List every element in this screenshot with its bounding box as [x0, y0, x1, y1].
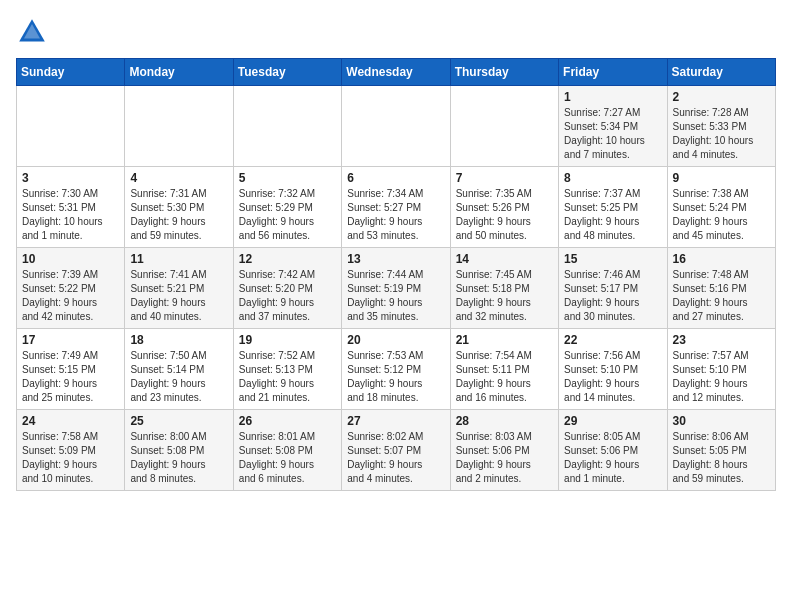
day-number: 16 — [673, 252, 770, 266]
day-cell: 20Sunrise: 7:53 AM Sunset: 5:12 PM Dayli… — [342, 329, 450, 410]
day-header-thursday: Thursday — [450, 59, 558, 86]
day-number: 5 — [239, 171, 336, 185]
day-info: Sunrise: 7:58 AM Sunset: 5:09 PM Dayligh… — [22, 430, 119, 486]
day-info: Sunrise: 7:41 AM Sunset: 5:21 PM Dayligh… — [130, 268, 227, 324]
header — [16, 16, 776, 48]
day-info: Sunrise: 7:37 AM Sunset: 5:25 PM Dayligh… — [564, 187, 661, 243]
day-info: Sunrise: 7:56 AM Sunset: 5:10 PM Dayligh… — [564, 349, 661, 405]
day-info: Sunrise: 8:05 AM Sunset: 5:06 PM Dayligh… — [564, 430, 661, 486]
day-number: 4 — [130, 171, 227, 185]
day-info: Sunrise: 7:57 AM Sunset: 5:10 PM Dayligh… — [673, 349, 770, 405]
day-cell: 7Sunrise: 7:35 AM Sunset: 5:26 PM Daylig… — [450, 167, 558, 248]
day-number: 14 — [456, 252, 553, 266]
day-cell — [125, 86, 233, 167]
day-cell — [17, 86, 125, 167]
day-number: 1 — [564, 90, 661, 104]
calendar-table: SundayMondayTuesdayWednesdayThursdayFrid… — [16, 58, 776, 491]
day-info: Sunrise: 7:31 AM Sunset: 5:30 PM Dayligh… — [130, 187, 227, 243]
day-cell: 16Sunrise: 7:48 AM Sunset: 5:16 PM Dayli… — [667, 248, 775, 329]
day-cell — [233, 86, 341, 167]
day-cell: 11Sunrise: 7:41 AM Sunset: 5:21 PM Dayli… — [125, 248, 233, 329]
day-number: 28 — [456, 414, 553, 428]
day-cell: 21Sunrise: 7:54 AM Sunset: 5:11 PM Dayli… — [450, 329, 558, 410]
day-cell: 10Sunrise: 7:39 AM Sunset: 5:22 PM Dayli… — [17, 248, 125, 329]
day-number: 12 — [239, 252, 336, 266]
day-number: 29 — [564, 414, 661, 428]
day-cell: 25Sunrise: 8:00 AM Sunset: 5:08 PM Dayli… — [125, 410, 233, 491]
day-number: 7 — [456, 171, 553, 185]
day-cell: 1Sunrise: 7:27 AM Sunset: 5:34 PM Daylig… — [559, 86, 667, 167]
day-cell: 13Sunrise: 7:44 AM Sunset: 5:19 PM Dayli… — [342, 248, 450, 329]
day-info: Sunrise: 8:06 AM Sunset: 5:05 PM Dayligh… — [673, 430, 770, 486]
week-row-0: 1Sunrise: 7:27 AM Sunset: 5:34 PM Daylig… — [17, 86, 776, 167]
day-cell: 27Sunrise: 8:02 AM Sunset: 5:07 PM Dayli… — [342, 410, 450, 491]
day-number: 8 — [564, 171, 661, 185]
day-number: 6 — [347, 171, 444, 185]
day-cell: 5Sunrise: 7:32 AM Sunset: 5:29 PM Daylig… — [233, 167, 341, 248]
day-number: 27 — [347, 414, 444, 428]
day-number: 10 — [22, 252, 119, 266]
day-header-monday: Monday — [125, 59, 233, 86]
day-info: Sunrise: 7:30 AM Sunset: 5:31 PM Dayligh… — [22, 187, 119, 243]
day-info: Sunrise: 7:42 AM Sunset: 5:20 PM Dayligh… — [239, 268, 336, 324]
day-number: 25 — [130, 414, 227, 428]
day-info: Sunrise: 8:01 AM Sunset: 5:08 PM Dayligh… — [239, 430, 336, 486]
day-cell: 17Sunrise: 7:49 AM Sunset: 5:15 PM Dayli… — [17, 329, 125, 410]
day-header-wednesday: Wednesday — [342, 59, 450, 86]
day-info: Sunrise: 7:45 AM Sunset: 5:18 PM Dayligh… — [456, 268, 553, 324]
day-number: 3 — [22, 171, 119, 185]
day-number: 15 — [564, 252, 661, 266]
day-info: Sunrise: 7:50 AM Sunset: 5:14 PM Dayligh… — [130, 349, 227, 405]
day-number: 11 — [130, 252, 227, 266]
logo-icon — [16, 16, 48, 48]
day-cell — [342, 86, 450, 167]
day-cell: 8Sunrise: 7:37 AM Sunset: 5:25 PM Daylig… — [559, 167, 667, 248]
day-cell: 19Sunrise: 7:52 AM Sunset: 5:13 PM Dayli… — [233, 329, 341, 410]
day-cell: 28Sunrise: 8:03 AM Sunset: 5:06 PM Dayli… — [450, 410, 558, 491]
week-row-2: 10Sunrise: 7:39 AM Sunset: 5:22 PM Dayli… — [17, 248, 776, 329]
week-row-1: 3Sunrise: 7:30 AM Sunset: 5:31 PM Daylig… — [17, 167, 776, 248]
day-cell: 2Sunrise: 7:28 AM Sunset: 5:33 PM Daylig… — [667, 86, 775, 167]
day-number: 20 — [347, 333, 444, 347]
day-info: Sunrise: 7:44 AM Sunset: 5:19 PM Dayligh… — [347, 268, 444, 324]
day-header-saturday: Saturday — [667, 59, 775, 86]
week-row-3: 17Sunrise: 7:49 AM Sunset: 5:15 PM Dayli… — [17, 329, 776, 410]
day-header-tuesday: Tuesday — [233, 59, 341, 86]
logo — [16, 16, 52, 48]
day-cell: 23Sunrise: 7:57 AM Sunset: 5:10 PM Dayli… — [667, 329, 775, 410]
day-number: 18 — [130, 333, 227, 347]
day-info: Sunrise: 7:39 AM Sunset: 5:22 PM Dayligh… — [22, 268, 119, 324]
day-info: Sunrise: 7:53 AM Sunset: 5:12 PM Dayligh… — [347, 349, 444, 405]
day-info: Sunrise: 7:46 AM Sunset: 5:17 PM Dayligh… — [564, 268, 661, 324]
day-cell: 29Sunrise: 8:05 AM Sunset: 5:06 PM Dayli… — [559, 410, 667, 491]
day-number: 24 — [22, 414, 119, 428]
day-number: 17 — [22, 333, 119, 347]
day-info: Sunrise: 8:03 AM Sunset: 5:06 PM Dayligh… — [456, 430, 553, 486]
day-cell: 24Sunrise: 7:58 AM Sunset: 5:09 PM Dayli… — [17, 410, 125, 491]
day-info: Sunrise: 8:00 AM Sunset: 5:08 PM Dayligh… — [130, 430, 227, 486]
day-info: Sunrise: 7:49 AM Sunset: 5:15 PM Dayligh… — [22, 349, 119, 405]
day-cell: 4Sunrise: 7:31 AM Sunset: 5:30 PM Daylig… — [125, 167, 233, 248]
day-cell: 12Sunrise: 7:42 AM Sunset: 5:20 PM Dayli… — [233, 248, 341, 329]
day-info: Sunrise: 7:54 AM Sunset: 5:11 PM Dayligh… — [456, 349, 553, 405]
day-info: Sunrise: 7:48 AM Sunset: 5:16 PM Dayligh… — [673, 268, 770, 324]
day-number: 9 — [673, 171, 770, 185]
day-number: 23 — [673, 333, 770, 347]
day-header-sunday: Sunday — [17, 59, 125, 86]
day-info: Sunrise: 7:52 AM Sunset: 5:13 PM Dayligh… — [239, 349, 336, 405]
day-info: Sunrise: 7:27 AM Sunset: 5:34 PM Dayligh… — [564, 106, 661, 162]
day-cell: 15Sunrise: 7:46 AM Sunset: 5:17 PM Dayli… — [559, 248, 667, 329]
day-info: Sunrise: 7:32 AM Sunset: 5:29 PM Dayligh… — [239, 187, 336, 243]
day-number: 2 — [673, 90, 770, 104]
day-info: Sunrise: 8:02 AM Sunset: 5:07 PM Dayligh… — [347, 430, 444, 486]
header-row: SundayMondayTuesdayWednesdayThursdayFrid… — [17, 59, 776, 86]
day-header-friday: Friday — [559, 59, 667, 86]
day-number: 21 — [456, 333, 553, 347]
calendar-body: 1Sunrise: 7:27 AM Sunset: 5:34 PM Daylig… — [17, 86, 776, 491]
day-info: Sunrise: 7:28 AM Sunset: 5:33 PM Dayligh… — [673, 106, 770, 162]
day-cell — [450, 86, 558, 167]
day-number: 30 — [673, 414, 770, 428]
day-cell: 6Sunrise: 7:34 AM Sunset: 5:27 PM Daylig… — [342, 167, 450, 248]
day-info: Sunrise: 7:34 AM Sunset: 5:27 PM Dayligh… — [347, 187, 444, 243]
day-cell: 26Sunrise: 8:01 AM Sunset: 5:08 PM Dayli… — [233, 410, 341, 491]
